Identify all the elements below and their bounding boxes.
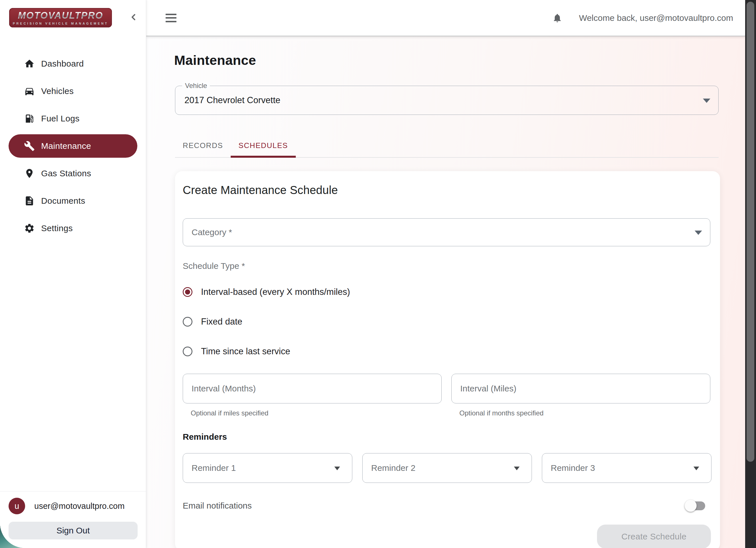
wrench-icon: [24, 140, 35, 151]
logo-row: MOTOVAULTPRO PRECISION VEHICLE MANAGEMEN…: [0, 0, 146, 27]
interval-row: Optional if miles specified Optional if …: [183, 374, 711, 417]
reminder-3-placeholder: Reminder 3: [551, 463, 595, 473]
fuel-pump-icon: [24, 113, 35, 124]
notifications-bell-icon[interactable]: [552, 12, 562, 24]
interval-miles-helper: Optional if months specified: [459, 409, 710, 417]
tab-bar: RECORDS SCHEDULES: [175, 134, 719, 158]
reminder-2-placeholder: Reminder 2: [371, 463, 415, 473]
radio-time-since-last-service[interactable]: Time since last service: [183, 342, 711, 361]
interval-miles-field-wrap: [451, 374, 710, 404]
create-schedule-button[interactable]: Create Schedule: [597, 525, 711, 548]
reminder-2-select[interactable]: Reminder 2: [362, 453, 532, 483]
card-title: Create Maintenance Schedule: [183, 184, 711, 196]
create-schedule-card: Create Maintenance Schedule Category * S…: [175, 171, 720, 548]
reminders-label: Reminders: [183, 432, 711, 442]
hamburger-menu-icon[interactable]: [166, 14, 176, 22]
tab-records[interactable]: RECORDS: [175, 134, 231, 157]
sidebar: MOTOVAULTPRO PRECISION VEHICLE MANAGEMEN…: [0, 0, 146, 548]
scrollbar-thumb[interactable]: [747, 2, 754, 462]
sidebar-item-label: Maintenance: [41, 141, 91, 151]
screen: MOTOVAULTPRO PRECISION VEHICLE MANAGEMEN…: [0, 0, 756, 548]
user-email: user@motovaultpro.com: [34, 501, 124, 511]
sidebar-item-maintenance[interactable]: Maintenance: [9, 134, 137, 158]
schedule-type-label: Schedule Type *: [183, 261, 711, 271]
chevron-left-icon: [129, 13, 138, 23]
sidebar-footer: u user@motovaultpro.com Sign Out: [0, 491, 146, 548]
radio-icon: [183, 317, 192, 327]
gear-icon: [24, 223, 35, 234]
submit-row: Create Schedule: [183, 525, 711, 548]
document-icon: [24, 195, 35, 206]
avatar: u: [9, 498, 25, 514]
radio-label: Interval-based (every X months/miles): [201, 287, 350, 297]
sidebar-item-vehicles[interactable]: Vehicles: [9, 79, 137, 103]
email-notifications-toggle[interactable]: [685, 499, 706, 512]
chevron-down-icon: [334, 467, 340, 470]
app-window: MOTOVAULTPRO PRECISION VEHICLE MANAGEMEN…: [0, 0, 756, 548]
welcome-text: Welcome back, user@motovaultpro.com: [579, 13, 733, 23]
sidebar-item-gas-stations[interactable]: Gas Stations: [9, 162, 137, 185]
brand-logo: MOTOVAULTPRO PRECISION VEHICLE MANAGEMEN…: [9, 8, 112, 27]
main-content: Maintenance Vehicle 2017 Chevrolet Corve…: [146, 36, 745, 548]
interval-months-helper: Optional if miles specified: [191, 409, 442, 417]
radio-icon: [183, 287, 192, 297]
brand-tagline: PRECISION VEHICLE MANAGEMENT: [13, 22, 108, 25]
page-title: Maintenance: [174, 52, 745, 68]
sidebar-item-fuel-logs[interactable]: Fuel Logs: [9, 107, 137, 130]
tab-schedules[interactable]: SCHEDULES: [231, 134, 295, 157]
category-select[interactable]: Category *: [183, 218, 710, 246]
sidebar-item-label: Fuel Logs: [41, 114, 79, 123]
reminder-1-select[interactable]: Reminder 1: [183, 453, 352, 483]
chevron-down-icon: [693, 467, 699, 470]
radio-interval-based[interactable]: Interval-based (every X months/miles): [183, 283, 711, 301]
category-select-placeholder: Category *: [192, 227, 232, 237]
sidebar-collapse-button[interactable]: [127, 11, 140, 25]
reminder-row: Reminder 1 Reminder 2 Reminder 3: [183, 453, 711, 483]
reminder-3-select[interactable]: Reminder 3: [542, 453, 711, 483]
user-row: u user@motovaultpro.com: [9, 498, 137, 514]
email-notifications-label: Email notifications: [183, 501, 252, 511]
radio-label: Time since last service: [201, 346, 290, 357]
radio-label: Fixed date: [201, 317, 242, 327]
page-scrollbar[interactable]: [745, 0, 756, 548]
reminder-1-placeholder: Reminder 1: [192, 463, 236, 473]
chevron-down-icon: [703, 99, 710, 103]
vehicle-select[interactable]: Vehicle 2017 Chevrolet Corvette: [175, 86, 719, 115]
radio-icon: [183, 347, 192, 356]
sidebar-item-dashboard[interactable]: Dashboard: [9, 52, 137, 75]
sidebar-nav: Dashboard Vehicles Fuel Logs: [0, 52, 146, 240]
sidebar-item-label: Settings: [41, 223, 73, 233]
interval-months-field-wrap: [183, 374, 442, 404]
radio-fixed-date[interactable]: Fixed date: [183, 313, 711, 331]
vehicle-select-value: 2017 Chevrolet Corvette: [184, 95, 280, 105]
chevron-down-icon: [695, 230, 702, 235]
sidebar-item-settings[interactable]: Settings: [9, 216, 137, 240]
sidebar-item-label: Dashboard: [41, 59, 84, 69]
toggle-knob: [685, 500, 697, 512]
chevron-down-icon: [514, 467, 520, 470]
sidebar-item-documents[interactable]: Documents: [9, 189, 137, 212]
car-icon: [24, 86, 35, 97]
email-notifications-row: Email notifications: [183, 499, 711, 512]
brand-name: MOTOVAULTPRO: [18, 11, 103, 20]
sign-out-button[interactable]: Sign Out: [9, 522, 138, 539]
interval-months-input[interactable]: [192, 384, 426, 394]
topbar: Welcome back, user@motovaultpro.com: [146, 0, 745, 36]
sidebar-item-label: Documents: [41, 196, 85, 206]
home-icon: [24, 58, 35, 69]
vehicle-select-label: Vehicle: [182, 82, 210, 90]
location-pin-icon: [24, 168, 35, 179]
sidebar-item-label: Gas Stations: [41, 168, 91, 178]
sidebar-item-label: Vehicles: [41, 86, 74, 96]
interval-miles-input[interactable]: [460, 384, 694, 394]
